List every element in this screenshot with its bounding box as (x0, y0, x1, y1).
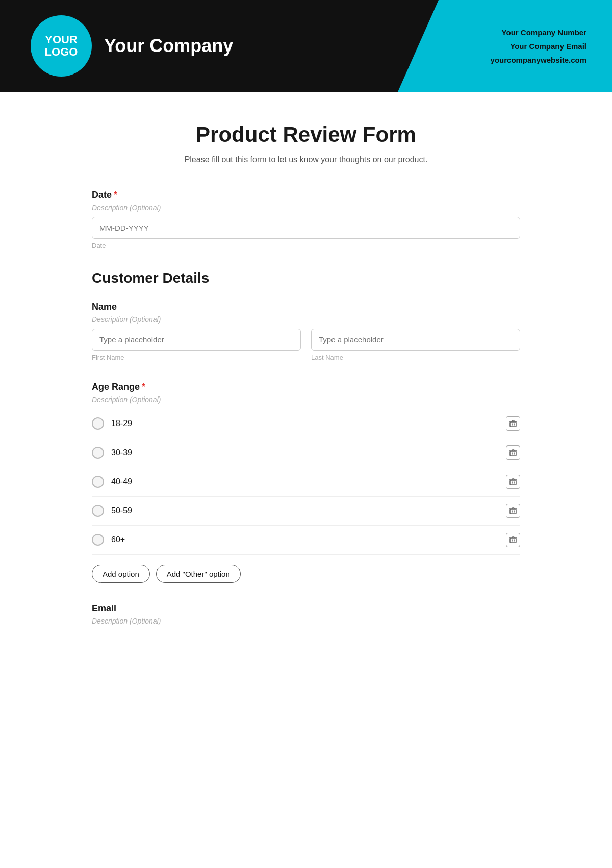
radio-left: 18-29 (92, 417, 132, 430)
contact-email: Your Company Email (491, 39, 586, 53)
radio-circle-icon[interactable] (92, 447, 104, 459)
svg-rect-4 (510, 538, 516, 543)
name-row: First Name Last Name (92, 329, 520, 361)
date-input[interactable] (92, 217, 520, 239)
age-option-row: 18-29 (92, 409, 520, 438)
form-main: Product Review Form Please fill out this… (71, 92, 541, 686)
age-required-marker: * (142, 382, 145, 392)
radio-circle-icon[interactable] (92, 417, 104, 430)
radio-option-label: 50-59 (111, 506, 132, 515)
company-name: Your Company (104, 35, 233, 57)
radio-option-label: 40-49 (111, 477, 132, 486)
radio-circle-icon[interactable] (92, 476, 104, 488)
last-name-hint: Last Name (311, 354, 520, 361)
email-description: Description (Optional) (92, 617, 520, 625)
last-name-input[interactable] (311, 329, 520, 351)
age-range-description: Description (Optional) (92, 395, 520, 404)
last-name-col: Last Name (311, 329, 520, 361)
radio-option-label: 18-29 (111, 419, 132, 428)
delete-option-button[interactable] (506, 445, 520, 460)
form-title: Product Review Form (92, 122, 520, 147)
radio-left: 50-59 (92, 505, 132, 517)
svg-rect-3 (510, 509, 516, 514)
svg-rect-1 (510, 451, 516, 456)
add-option-row: Add option Add "Other" option (92, 565, 520, 583)
first-name-col: First Name (92, 329, 301, 361)
radio-left: 60+ (92, 534, 125, 546)
svg-rect-2 (510, 480, 516, 485)
email-label: Email (92, 603, 520, 614)
contact-phone: Your Company Number (491, 26, 586, 39)
age-option-row: 40-49 (92, 467, 520, 497)
date-field-group: Date* Description (Optional) Date (92, 190, 520, 250)
age-range-field-group: Age Range* Description (Optional) 18-29 … (92, 382, 520, 583)
first-name-input[interactable] (92, 329, 301, 351)
add-option-button[interactable]: Add option (92, 565, 150, 583)
add-other-option-button[interactable]: Add "Other" option (156, 565, 241, 583)
logo-text: YOURLOGO (45, 34, 78, 58)
age-option-row: 30-39 (92, 438, 520, 467)
page-header: YOURLOGO Your Company Your Company Numbe… (0, 0, 612, 92)
contact-info: Your Company Number Your Company Email y… (491, 26, 586, 67)
radio-left: 30-39 (92, 447, 132, 459)
age-option-row: 50-59 (92, 497, 520, 526)
date-hint: Date (92, 242, 520, 250)
customer-details-heading: Customer Details (92, 270, 520, 286)
delete-option-button[interactable] (506, 475, 520, 489)
email-field-group: Email Description (Optional) (92, 603, 520, 625)
radio-circle-icon[interactable] (92, 534, 104, 546)
name-description: Description (Optional) (92, 315, 520, 324)
form-subtitle: Please fill out this form to let us know… (92, 155, 520, 164)
delete-option-button[interactable] (506, 416, 520, 431)
logo-circle: YOURLOGO (31, 15, 92, 77)
date-label: Date* (92, 190, 520, 201)
age-range-options: 18-29 30-39 40-49 50-59 60+ (92, 409, 520, 555)
header-contact-banner: Your Company Number Your Company Email y… (398, 0, 612, 92)
name-field-group: Name Description (Optional) First Name L… (92, 302, 520, 361)
contact-website: yourcompanywebsite.com (491, 53, 586, 67)
radio-circle-icon[interactable] (92, 505, 104, 517)
name-label: Name (92, 302, 520, 312)
age-range-label: Age Range* (92, 382, 520, 392)
date-required-marker: * (114, 190, 117, 200)
delete-option-button[interactable] (506, 504, 520, 518)
logo-area: YOURLOGO Your Company (0, 15, 233, 77)
age-option-row: 60+ (92, 526, 520, 555)
radio-option-label: 30-39 (111, 448, 132, 457)
first-name-hint: First Name (92, 354, 301, 361)
date-description: Description (Optional) (92, 204, 520, 212)
radio-option-label: 60+ (111, 535, 125, 544)
delete-option-button[interactable] (506, 533, 520, 547)
radio-left: 40-49 (92, 476, 132, 488)
svg-rect-0 (510, 422, 516, 427)
